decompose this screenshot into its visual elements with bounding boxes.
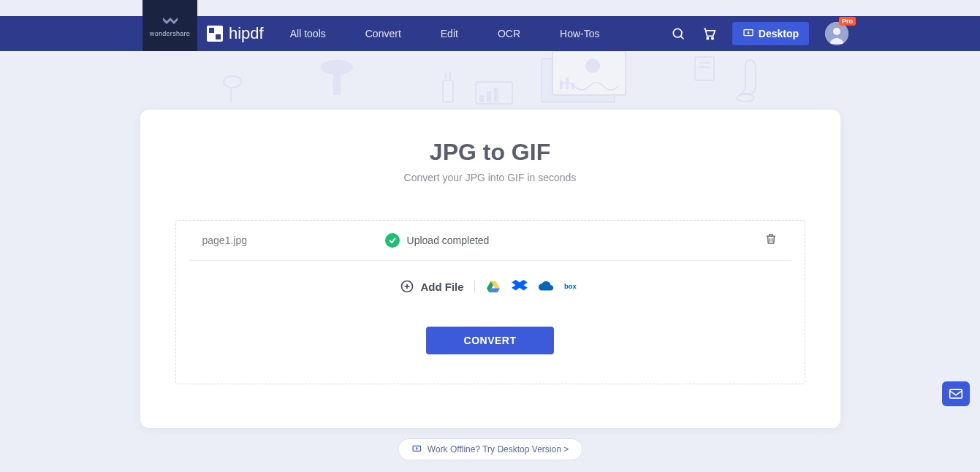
svg-point-5 [707,37,709,39]
svg-point-3 [673,28,682,37]
svg-rect-25 [695,57,714,80]
cart-icon[interactable] [702,26,716,41]
svg-rect-34 [950,389,962,398]
plus-circle-icon [400,279,414,294]
header: wondershare hipdf All tools Convert Edit… [0,16,980,51]
page-title: JPG to GIF [140,139,840,166]
file-status-text: Upload completed [407,235,490,246]
feedback-button[interactable] [942,381,970,406]
box-icon[interactable]: box [564,278,580,294]
svg-rect-17 [487,91,491,102]
onedrive-icon[interactable] [538,278,554,294]
divider [474,280,475,293]
file-status: Upload completed [385,233,490,248]
download-icon [411,444,422,454]
svg-rect-15 [476,82,512,104]
trash-icon [764,232,778,245]
work-offline-label: Work Offline? Try Desktop Version > [428,444,569,454]
convert-button[interactable]: CONVERT [426,327,555,354]
svg-rect-11 [333,73,341,95]
user-avatar[interactable]: Pro [825,22,848,45]
hipdf-logo[interactable]: hipdf [207,24,264,43]
page-subtitle: Convert your JPG into GIF in seconds [140,172,840,183]
hipdf-logo-icon [207,26,223,42]
download-icon [742,28,754,39]
svg-rect-12 [443,80,453,102]
nav-all-tools[interactable]: All tools [290,28,326,39]
uploaded-file-row: page1.jpg Upload completed [189,221,791,261]
main-nav: All tools Convert Edit OCR How-Tos [290,28,600,39]
hipdf-logo-text: hipdf [229,24,264,43]
svg-rect-22 [560,80,563,89]
svg-rect-23 [566,77,569,89]
google-drive-icon[interactable] [485,278,501,294]
svg-point-9 [833,28,840,35]
file-name: page1.jpg [202,235,248,246]
nav-ocr[interactable]: OCR [498,28,520,39]
check-circle-icon [385,233,400,248]
nav-convert[interactable]: Convert [365,28,401,39]
svg-point-10 [321,60,353,75]
nav-edit[interactable]: Edit [441,28,458,39]
svg-rect-1 [209,28,214,33]
wondershare-logo-icon [162,15,179,28]
add-file-button[interactable]: Add File [400,279,463,294]
converter-card: JPG to GIF Convert your JPG into GIF in … [140,110,840,428]
svg-rect-18 [494,88,498,102]
wondershare-brand-text: wondershare [150,30,190,37]
add-file-row: Add File box [176,278,805,294]
svg-rect-24 [571,83,574,89]
svg-point-28 [737,94,754,102]
nav-howtos[interactable]: How-Tos [560,28,599,39]
svg-text:box: box [564,282,577,290]
mail-icon [949,388,963,400]
convert-button-label: CONVERT [464,335,517,346]
wondershare-brand-block[interactable]: wondershare [143,0,197,51]
pro-badge: Pro [839,17,856,26]
desktop-button[interactable]: Desktop [732,22,809,45]
svg-rect-16 [479,95,484,102]
svg-rect-19 [542,58,615,102]
svg-point-21 [585,58,600,73]
search-icon[interactable] [671,26,685,41]
dropbox-icon[interactable] [512,278,528,294]
work-offline-button[interactable]: Work Offline? Try Desktop Version > [398,438,582,460]
svg-rect-2 [216,34,221,39]
background-illustration [143,51,837,117]
svg-point-6 [712,37,714,39]
add-file-label: Add File [420,281,463,293]
delete-file-button[interactable] [764,232,778,248]
file-drop-area[interactable]: page1.jpg Upload completed Add File [175,220,805,384]
desktop-button-label: Desktop [759,28,799,39]
svg-line-4 [680,36,683,39]
svg-rect-20 [552,51,626,95]
